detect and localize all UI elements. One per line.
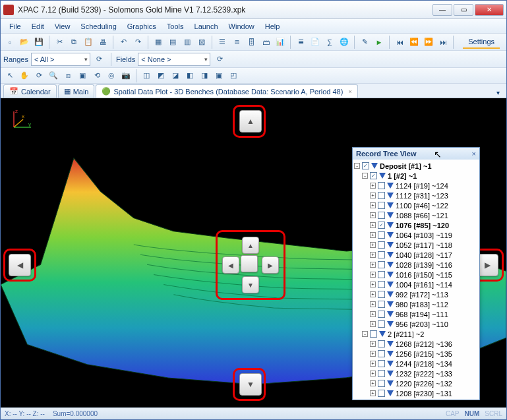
fields-combo[interactable]: < None > <box>138 53 210 66</box>
nav-up-button[interactable]: ▲ <box>239 110 262 133</box>
settings-link[interactable]: Settings <box>463 36 500 49</box>
expand-icon[interactable]: + <box>370 262 376 268</box>
db2-icon[interactable]: 🗃 <box>259 36 272 49</box>
chart-icon[interactable]: 📊 <box>274 36 287 49</box>
collapse-icon[interactable]: - <box>362 331 368 337</box>
expand-icon[interactable]: + <box>370 222 376 228</box>
tree-node[interactable]: +1124 [#19] ~124 <box>354 181 478 191</box>
tab-close-icon[interactable]: × <box>348 88 351 95</box>
menu-window[interactable]: Window <box>224 21 259 32</box>
checkbox[interactable] <box>378 281 385 288</box>
expand-icon[interactable]: + <box>370 202 376 208</box>
menu-edit[interactable]: Edit <box>27 21 49 32</box>
pad-down-button[interactable]: ▼ <box>242 276 259 293</box>
expand-icon[interactable]: + <box>370 341 376 347</box>
cube3-icon[interactable]: ◪ <box>169 69 182 82</box>
tree-node[interactable]: +1004 [#161] ~114 <box>354 280 478 289</box>
checkbox[interactable] <box>378 241 385 249</box>
expand-icon[interactable]: + <box>370 272 376 278</box>
tree-node[interactable]: +1028 [#139] ~116 <box>354 260 478 270</box>
expand-icon[interactable]: + <box>370 212 376 218</box>
tab-main[interactable]: ▦ Main <box>58 84 95 98</box>
checkbox[interactable] <box>378 182 385 189</box>
save-icon[interactable]: 💾 <box>32 36 45 49</box>
ranges-combo[interactable]: < All > <box>31 53 90 66</box>
pointer-icon[interactable]: ↖ <box>3 69 16 82</box>
maximize-button[interactable]: ▭ <box>454 4 473 16</box>
zoom-box-icon[interactable]: ⧈ <box>61 69 75 82</box>
checkbox[interactable] <box>378 212 385 219</box>
checkbox[interactable] <box>378 340 385 347</box>
checkbox[interactable]: ✓ <box>370 172 377 179</box>
globe-icon[interactable]: 🌐 <box>338 36 351 49</box>
cube4-icon[interactable]: ◧ <box>183 69 196 82</box>
checkbox[interactable] <box>378 370 385 377</box>
cube6-icon[interactable]: ▣ <box>212 69 225 82</box>
cube5-icon[interactable]: ◨ <box>198 69 211 82</box>
nav-down-button[interactable]: ▼ <box>239 373 262 396</box>
menu-view[interactable]: View <box>50 21 75 32</box>
expand-icon[interactable]: + <box>370 252 376 258</box>
menu-graphics[interactable]: Graphics <box>123 21 161 32</box>
expand-icon[interactable]: + <box>370 282 376 287</box>
pad-right-button[interactable]: ▶ <box>262 256 279 274</box>
expand-icon[interactable]: + <box>370 291 376 297</box>
copy-icon[interactable]: ⧉ <box>67 36 80 49</box>
calc-icon[interactable]: ∑ <box>323 36 336 49</box>
next-icon[interactable]: ⏩ <box>422 36 435 49</box>
checkbox[interactable] <box>378 320 385 328</box>
expand-icon[interactable]: + <box>370 371 376 376</box>
expand-icon[interactable]: + <box>370 361 376 367</box>
undo-icon[interactable]: ↶ <box>117 36 130 49</box>
expand-icon[interactable]: + <box>370 193 376 198</box>
checkbox[interactable] <box>378 360 385 367</box>
expand-icon[interactable]: + <box>370 321 376 327</box>
menu-launch[interactable]: Launch <box>190 21 223 32</box>
checkbox[interactable]: ✓ <box>362 162 369 169</box>
minimize-button[interactable]: — <box>432 4 452 16</box>
checkbox[interactable] <box>378 231 385 239</box>
last-icon[interactable]: ⏭ <box>436 36 450 49</box>
cube7-icon[interactable]: ◰ <box>227 69 240 82</box>
open-icon[interactable]: 📂 <box>18 36 31 49</box>
tree-node[interactable]: +1088 [#66] ~121 <box>354 210 478 220</box>
tab-spatial[interactable]: 🟢 Spatial Data Plot - 3D Benches (Databa… <box>96 84 357 98</box>
tree-body[interactable]: -✓Deposit [#1] ~1-✓1 [#2] ~1+1124 [#19] … <box>353 160 479 400</box>
menu-scheduling[interactable]: Scheduling <box>76 21 121 32</box>
checkbox[interactable] <box>378 261 385 268</box>
paste-icon[interactable]: 📋 <box>82 36 95 49</box>
fields-refresh-icon[interactable]: ⟳ <box>213 53 226 66</box>
checkbox[interactable] <box>378 251 385 258</box>
menu-help[interactable]: Help <box>260 21 285 32</box>
tree-node[interactable]: +1112 [#31] ~123 <box>354 191 478 200</box>
checkbox[interactable] <box>378 301 385 308</box>
tab-calendar[interactable]: 📅 Calendar <box>3 84 57 98</box>
tree-node[interactable]: +1196 [#234] ~130 <box>354 398 478 400</box>
expand-icon[interactable]: + <box>370 183 376 189</box>
list-icon[interactable]: ≣ <box>294 36 307 49</box>
collapse-icon[interactable]: - <box>362 173 368 179</box>
tree-node[interactable]: +956 [#203] ~110 <box>354 319 478 329</box>
tree-node[interactable]: +1100 [#46] ~122 <box>354 200 478 210</box>
cut-icon[interactable]: ✂ <box>53 36 66 49</box>
camera-icon[interactable]: 📷 <box>119 69 133 82</box>
tab-overflow-icon[interactable]: ▾ <box>492 88 504 98</box>
play-icon[interactable]: ► <box>373 36 386 49</box>
checkbox[interactable] <box>378 390 385 397</box>
nav-left-button[interactable]: ◀ <box>9 254 31 276</box>
db-icon[interactable]: 🗄 <box>245 36 258 49</box>
close-button[interactable]: ✕ <box>475 4 504 16</box>
collapse-icon[interactable]: - <box>354 163 360 169</box>
expand-icon[interactable]: + <box>370 242 376 248</box>
cube2-icon[interactable]: ◩ <box>154 69 167 82</box>
tree-close-icon[interactable]: × <box>472 150 476 158</box>
expand-icon[interactable]: + <box>370 311 376 317</box>
checkbox[interactable]: ✓ <box>378 222 385 229</box>
expand-icon[interactable]: + <box>370 232 376 238</box>
checkbox[interactable] <box>378 350 385 357</box>
tree-node[interactable]: +1208 [#230] ~131 <box>354 388 478 398</box>
checkbox[interactable] <box>370 330 377 338</box>
grid4-icon[interactable]: ▧ <box>195 36 208 49</box>
tree-node[interactable]: +968 [#194] ~111 <box>354 309 478 319</box>
tree-node[interactable]: +992 [#172] ~113 <box>354 289 478 299</box>
